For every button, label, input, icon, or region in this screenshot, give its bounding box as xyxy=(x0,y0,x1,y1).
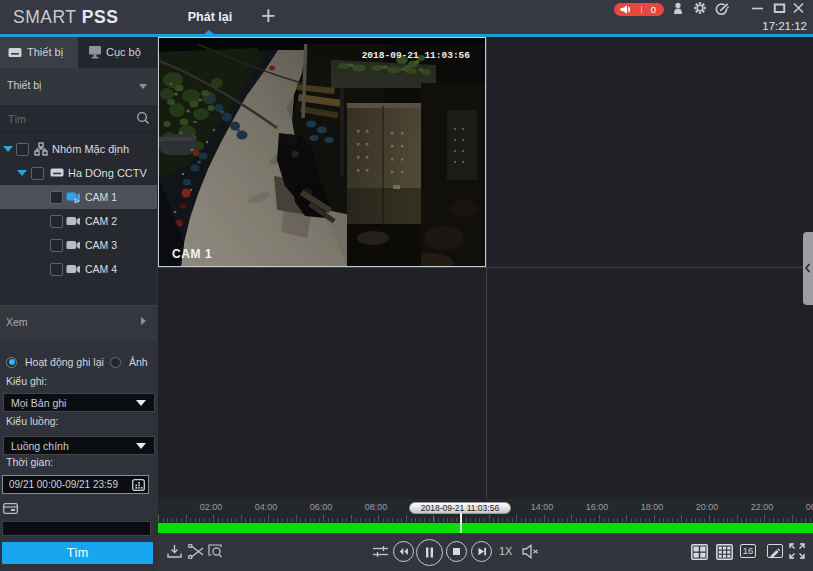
svg-text:2018-09-21 11:03:56: 2018-09-21 11:03:56 xyxy=(362,50,471,61)
svg-text:CAM 1: CAM 1 xyxy=(172,247,212,261)
